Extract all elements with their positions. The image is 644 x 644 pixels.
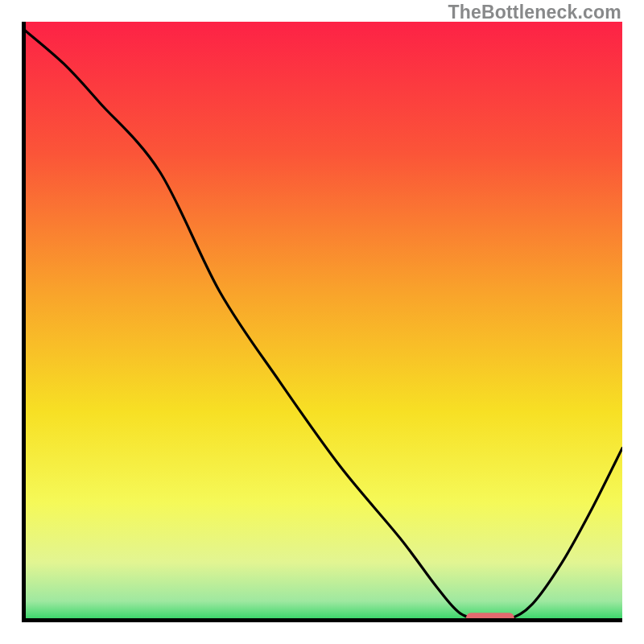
watermark-text: TheBottleneck.com bbox=[448, 2, 621, 23]
optimal-region-marker bbox=[22, 22, 622, 622]
bottleneck-chart: TheBottleneck.com bbox=[0, 0, 644, 644]
y-axis bbox=[22, 22, 26, 622]
plot-area bbox=[22, 22, 622, 622]
x-axis bbox=[22, 618, 622, 622]
